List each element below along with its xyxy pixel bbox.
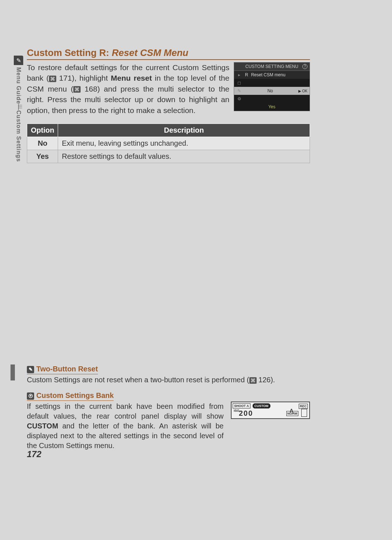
help-icon: ? <box>302 64 307 69</box>
menu-option-yes: Yes <box>268 104 275 109</box>
menu-tab-icon: ✎ <box>236 88 242 93</box>
th-description: Description <box>58 124 310 137</box>
note-heading-text: Custom Settings Bank <box>36 391 114 399</box>
two-button-reset-section: ✎Two-Button Reset Custom Settings are no… <box>27 364 310 385</box>
menu-row-r: R <box>245 72 248 77</box>
page-number: 172 <box>27 449 41 459</box>
menu-row-r-label: Reset CSM menu <box>251 72 286 77</box>
magnifier-icon: ⦿ <box>27 392 34 400</box>
table-row: No Exit menu, leaving settings unchanged… <box>27 137 310 150</box>
menu-tab-icon: ⚙ <box>236 96 242 101</box>
panel-shoot-label: SHOOT A <box>233 403 250 408</box>
heading-prefix: Custom Setting R: <box>27 47 112 58</box>
battery-icon <box>301 409 307 417</box>
intro-paragraph: To restore default settings for the curr… <box>27 62 229 116</box>
panel-custom-label: CUSTOM <box>253 403 270 408</box>
panel-rec-label: REC <box>299 404 308 409</box>
menu-title: CUSTOM SETTING MENU <box>245 64 298 69</box>
heading-italic: Reset CSM Menu <box>112 47 188 58</box>
panel-iso-value: 200 <box>239 408 253 418</box>
page-ref-icon: ⌘ <box>49 76 56 82</box>
table-row: Yes Restore settings to default values. <box>27 150 310 163</box>
options-table: Option Description No Exit menu, leaving… <box>27 124 310 163</box>
cell-desc: Restore settings to default values. <box>58 150 310 163</box>
menu-tab-icon: ☰ <box>17 104 23 109</box>
control-panel-display: SHOOT A CUSTOM ISO 200 A REC NORM <box>231 402 310 419</box>
menu-screenshot: CUSTOM SETTING MENU ? ▸ R Reset CSM menu… <box>234 62 310 116</box>
cell-desc: Exit menu, leaving settings unchanged. <box>58 137 310 150</box>
menu-tab-icon: ▸ <box>236 72 242 77</box>
menu-ok-indicator: ▶ OK <box>298 89 307 93</box>
th-option: Option <box>27 124 58 137</box>
note-heading-text: Two-Button Reset <box>36 365 98 373</box>
section-heading: Custom Setting R: Reset CSM Menu <box>27 47 310 60</box>
pencil-icon: ✎ <box>27 366 34 373</box>
menu-tab-icon: ◻ <box>236 80 242 85</box>
custom-settings-bank-section: ⦿Custom Settings Bank If settings in the… <box>27 391 310 456</box>
panel-norm-label: NORM <box>286 411 299 416</box>
cell-option: No <box>27 137 58 150</box>
page-ref-icon: ⌘ <box>249 377 257 384</box>
page-edge-marker <box>11 364 15 380</box>
page-ref-icon: ⌘ <box>73 86 81 93</box>
cell-option: Yes <box>27 150 58 163</box>
menu-option-no: No <box>245 88 295 93</box>
